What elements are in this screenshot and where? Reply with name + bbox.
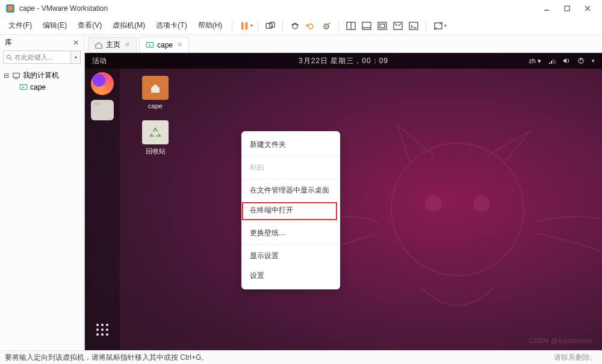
- ctx-separator: [241, 179, 340, 179]
- chevron-down-icon[interactable]: ▾: [592, 58, 595, 64]
- open-console-icon[interactable]: [406, 19, 421, 33]
- library-search-dropdown[interactable]: ▾: [71, 51, 81, 64]
- pause-icon[interactable]: [237, 19, 252, 33]
- desktop-home-folder[interactable]: cape: [135, 76, 175, 110]
- svg-point-33: [473, 195, 490, 212]
- power-icon[interactable]: [577, 57, 585, 64]
- gnome-language-indicator[interactable]: zh ▾: [529, 57, 541, 65]
- tree-root-my-computer[interactable]: 我的计算机: [2, 69, 81, 82]
- svg-rect-18: [378, 22, 386, 29]
- ctx-paste: 粘贴: [241, 158, 340, 177]
- toolbar-separator: [232, 20, 232, 32]
- gnome-top-bar: 活动 3月22日 星期三，00：09 zh ▾ ▾: [85, 53, 602, 69]
- status-right: 请联系删除。: [554, 353, 597, 363]
- fullscreen-dropdown-caret[interactable]: ▾: [444, 23, 447, 28]
- svg-point-32: [425, 195, 442, 212]
- svg-rect-25: [13, 73, 20, 77]
- ctx-show-in-files[interactable]: 在文件管理器中显示桌面: [241, 180, 340, 200]
- menu-edit[interactable]: 编辑(E): [38, 18, 72, 33]
- computer-icon: [12, 72, 20, 80]
- desktop-trash-label: 回收站: [146, 147, 166, 155]
- svg-point-37: [101, 324, 104, 326]
- svg-rect-21: [409, 22, 418, 29]
- library-search-input[interactable]: 在此处键入...: [3, 51, 71, 64]
- tab-close-icon[interactable]: ✕: [177, 41, 182, 49]
- window-title: cape - VMware Workstation: [19, 4, 108, 13]
- ctx-separator: [241, 221, 340, 222]
- menu-tabs[interactable]: 选项卡(T): [151, 18, 191, 33]
- library-tree: 我的计算机 cape: [0, 67, 84, 95]
- tab-vm-cape[interactable]: cape ✕: [139, 37, 189, 52]
- gnome-clock[interactable]: 3月22日 星期三，00：09: [299, 56, 388, 66]
- dock-show-apps[interactable]: [89, 316, 116, 343]
- window-titlebar: cape - VMware Workstation: [0, 0, 602, 17]
- ctx-separator: [241, 156, 340, 156]
- vm-icon: [146, 41, 154, 49]
- window-close-button[interactable]: [578, 1, 597, 16]
- svg-point-13: [325, 25, 327, 28]
- tree-vm-cape[interactable]: cape: [2, 82, 81, 93]
- menu-vm[interactable]: 虚拟机(M): [108, 18, 150, 33]
- desktop-home-label: cape: [148, 102, 163, 110]
- tree-vm-label: cape: [30, 83, 46, 91]
- tree-root-label: 我的计算机: [23, 70, 59, 81]
- tab-home[interactable]: 主页 ✕: [88, 37, 137, 52]
- gnome-dock: [85, 69, 120, 350]
- svg-rect-19: [380, 24, 385, 28]
- svg-point-31: [391, 143, 524, 276]
- fullscreen-icon[interactable]: [431, 19, 445, 33]
- snapshot-revert-icon[interactable]: [303, 19, 318, 33]
- vm-icon: [19, 83, 28, 91]
- watermark-text: CSDN @Eastmount: [529, 337, 592, 344]
- svg-rect-20: [394, 22, 402, 29]
- ctx-separator: [241, 244, 340, 245]
- window-maximize-button[interactable]: [557, 1, 577, 16]
- svg-marker-30: [149, 44, 151, 46]
- ctx-change-wallpaper[interactable]: 更换壁纸…: [241, 223, 340, 243]
- svg-point-11: [308, 24, 313, 29]
- guest-display[interactable]: 活动 3月22日 星期三，00：09 zh ▾ ▾: [84, 53, 602, 350]
- svg-point-23: [7, 55, 11, 58]
- dock-files[interactable]: [91, 100, 114, 120]
- dock-firefox[interactable]: [91, 72, 114, 95]
- view-stretch-icon[interactable]: [391, 19, 405, 33]
- snapshot-take-icon[interactable]: [288, 19, 302, 33]
- window-controls: [537, 1, 597, 16]
- library-header: 库: [5, 37, 73, 48]
- library-search-placeholder: 在此处键入...: [14, 53, 53, 62]
- gnome-tray: zh ▾ ▾: [529, 57, 595, 65]
- menu-view[interactable]: 查看(V): [73, 18, 107, 33]
- view-console-icon[interactable]: [375, 19, 389, 33]
- network-icon[interactable]: [548, 57, 556, 64]
- recycle-icon: [149, 126, 162, 139]
- svg-point-40: [101, 329, 104, 331]
- ctx-new-folder[interactable]: 新建文件夹: [241, 135, 340, 155]
- snapshot-manager-icon[interactable]: [319, 19, 334, 33]
- menu-file[interactable]: 文件(F): [4, 18, 37, 33]
- library-close-icon[interactable]: ✕: [73, 39, 79, 47]
- ctx-display-settings[interactable]: 显示设置: [241, 246, 340, 266]
- volume-icon[interactable]: [563, 57, 570, 64]
- status-bar: 要将输入定向到该虚拟机，请将鼠标指针移入其中或按 Ctrl+G。 请联系删除。: [0, 350, 602, 364]
- view-single-icon[interactable]: [344, 19, 358, 33]
- send-ctrl-alt-del-icon[interactable]: [263, 19, 278, 33]
- svg-marker-28: [22, 86, 25, 88]
- gnome-activities[interactable]: 活动: [92, 56, 107, 66]
- svg-rect-1: [8, 6, 13, 11]
- toolbar-separator: [338, 20, 339, 32]
- home-icon: [149, 82, 161, 94]
- menu-help[interactable]: 帮助(H): [193, 18, 228, 33]
- svg-rect-8: [266, 23, 272, 28]
- desktop-trash[interactable]: 回收站: [135, 120, 175, 156]
- svg-point-44: [106, 333, 108, 336]
- power-dropdown-caret[interactable]: ▾: [250, 23, 253, 28]
- ctx-settings[interactable]: 设置: [241, 266, 340, 286]
- ctx-open-terminal[interactable]: 在终端中打开: [241, 200, 340, 220]
- view-unity-icon[interactable]: [359, 19, 374, 33]
- toolbar-separator: [426, 20, 426, 32]
- tree-expand-toggle[interactable]: [4, 72, 10, 79]
- tab-vm-label: cape: [157, 41, 173, 49]
- tab-close-icon[interactable]: ✕: [125, 41, 130, 49]
- library-panel: 库 ✕ 在此处键入... ▾ 我的计算机 cape: [0, 35, 84, 350]
- window-minimize-button[interactable]: [537, 1, 556, 16]
